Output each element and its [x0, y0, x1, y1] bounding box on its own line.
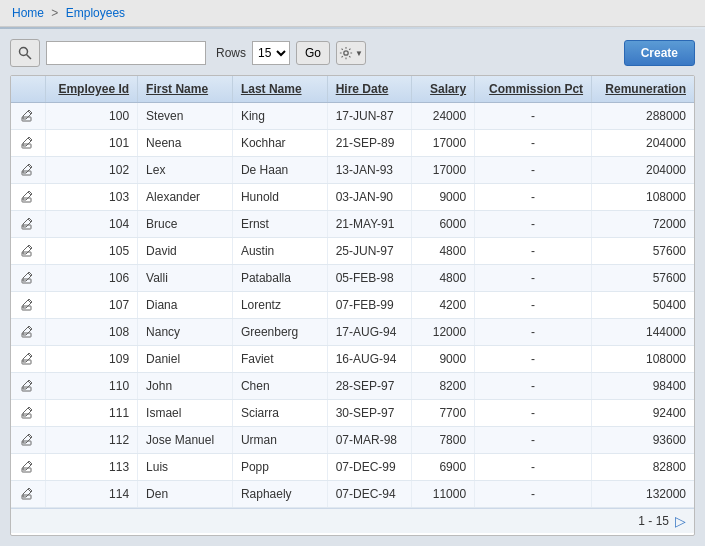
cell-hiredate: 16-AUG-94 [327, 346, 411, 373]
cell-commission: - [475, 427, 592, 454]
cell-empid: 105 [45, 238, 137, 265]
cell-empid: 108 [45, 319, 137, 346]
breadcrumb-home[interactable]: Home [12, 6, 44, 20]
create-button[interactable]: Create [624, 40, 695, 66]
cell-firstname: Nancy [138, 319, 233, 346]
cell-lastname: Pataballa [232, 265, 327, 292]
cell-commission: - [475, 346, 592, 373]
table-row: 101NeenaKochhar21-SEP-8917000-204000 [11, 130, 694, 157]
edit-icon-cell[interactable] [11, 265, 45, 292]
cell-salary: 17000 [411, 130, 474, 157]
cell-remuneration: 82800 [592, 454, 694, 481]
edit-icon-cell[interactable] [11, 238, 45, 265]
cell-firstname: Luis [138, 454, 233, 481]
cell-salary: 6000 [411, 211, 474, 238]
cell-salary: 12000 [411, 319, 474, 346]
col-header-lastname[interactable]: Last Name [232, 76, 327, 103]
edit-icon[interactable] [20, 215, 36, 231]
cell-empid: 113 [45, 454, 137, 481]
table-row: 109DanielFaviet16-AUG-949000-108000 [11, 346, 694, 373]
col-header-empid[interactable]: Employee Id [45, 76, 137, 103]
edit-icon-cell[interactable] [11, 184, 45, 211]
edit-icon[interactable] [20, 485, 36, 501]
cell-commission: - [475, 373, 592, 400]
cell-commission: - [475, 184, 592, 211]
cell-firstname: John [138, 373, 233, 400]
go-button[interactable]: Go [296, 41, 330, 65]
edit-icon-cell[interactable] [11, 130, 45, 157]
search-icon-button[interactable] [10, 39, 40, 67]
edit-icon[interactable] [20, 377, 36, 393]
edit-icon[interactable] [20, 404, 36, 420]
breadcrumb-current[interactable]: Employees [66, 6, 125, 20]
cell-commission: - [475, 238, 592, 265]
cell-commission: - [475, 103, 592, 130]
cell-remuneration: 204000 [592, 157, 694, 184]
edit-icon-cell[interactable] [11, 157, 45, 184]
cell-remuneration: 50400 [592, 292, 694, 319]
next-page-button[interactable]: ▷ [675, 513, 686, 529]
cell-remuneration: 132000 [592, 481, 694, 508]
search-input[interactable] [46, 41, 206, 65]
page-container: Home > Employees Rows 5 10 15 20 25 50 [0, 0, 705, 546]
edit-icon[interactable] [20, 188, 36, 204]
cell-firstname: Lex [138, 157, 233, 184]
cell-lastname: Chen [232, 373, 327, 400]
col-header-commission[interactable]: Commission Pct [475, 76, 592, 103]
cell-firstname: Neena [138, 130, 233, 157]
edit-icon-cell[interactable] [11, 292, 45, 319]
cell-hiredate: 05-FEB-98 [327, 265, 411, 292]
cell-lastname: Ernst [232, 211, 327, 238]
edit-icon[interactable] [20, 431, 36, 447]
edit-icon[interactable] [20, 458, 36, 474]
edit-icon[interactable] [20, 134, 36, 150]
cell-firstname: Bruce [138, 211, 233, 238]
edit-icon-cell[interactable] [11, 427, 45, 454]
cell-salary: 24000 [411, 103, 474, 130]
cell-remuneration: 92400 [592, 400, 694, 427]
cell-empid: 104 [45, 211, 137, 238]
edit-icon[interactable] [20, 242, 36, 258]
cell-lastname: Urman [232, 427, 327, 454]
edit-icon-cell[interactable] [11, 373, 45, 400]
edit-icon[interactable] [20, 161, 36, 177]
edit-icon-cell[interactable] [11, 481, 45, 508]
edit-icon-cell[interactable] [11, 346, 45, 373]
cell-empid: 114 [45, 481, 137, 508]
edit-icon[interactable] [20, 269, 36, 285]
cell-remuneration: 57600 [592, 238, 694, 265]
cell-salary: 9000 [411, 346, 474, 373]
main-content: Rows 5 10 15 20 25 50 Go ▼ Create [0, 29, 705, 546]
edit-icon[interactable] [20, 107, 36, 123]
edit-icon[interactable] [20, 350, 36, 366]
edit-icon[interactable] [20, 323, 36, 339]
edit-icon-cell[interactable] [11, 400, 45, 427]
cell-firstname: Steven [138, 103, 233, 130]
cell-firstname: Daniel [138, 346, 233, 373]
col-header-remuneration[interactable]: Remuneration [592, 76, 694, 103]
table-row: 107DianaLorentz07-FEB-994200-50400 [11, 292, 694, 319]
cell-empid: 102 [45, 157, 137, 184]
table-row: 106ValliPataballa05-FEB-984800-57600 [11, 265, 694, 292]
rows-select[interactable]: 5 10 15 20 25 50 [252, 41, 290, 65]
table-row: 102LexDe Haan13-JAN-9317000-204000 [11, 157, 694, 184]
pagination: 1 - 15 ▷ [11, 508, 694, 533]
edit-icon-cell[interactable] [11, 103, 45, 130]
col-header-salary[interactable]: Salary [411, 76, 474, 103]
actions-button[interactable]: ▼ [336, 41, 366, 65]
edit-icon-cell[interactable] [11, 319, 45, 346]
svg-point-2 [344, 51, 348, 55]
cell-remuneration: 144000 [592, 319, 694, 346]
col-header-hiredate[interactable]: Hire Date [327, 76, 411, 103]
cell-lastname: De Haan [232, 157, 327, 184]
edit-icon-cell[interactable] [11, 454, 45, 481]
cell-salary: 6900 [411, 454, 474, 481]
col-header-firstname[interactable]: First Name [138, 76, 233, 103]
edit-icon[interactable] [20, 296, 36, 312]
table-row: 100StevenKing17-JUN-8724000-288000 [11, 103, 694, 130]
table-header-row: Employee Id First Name Last Name Hire Da… [11, 76, 694, 103]
edit-icon-cell[interactable] [11, 211, 45, 238]
cell-salary: 17000 [411, 157, 474, 184]
toolbar: Rows 5 10 15 20 25 50 Go ▼ Create [10, 39, 695, 67]
cell-hiredate: 07-FEB-99 [327, 292, 411, 319]
